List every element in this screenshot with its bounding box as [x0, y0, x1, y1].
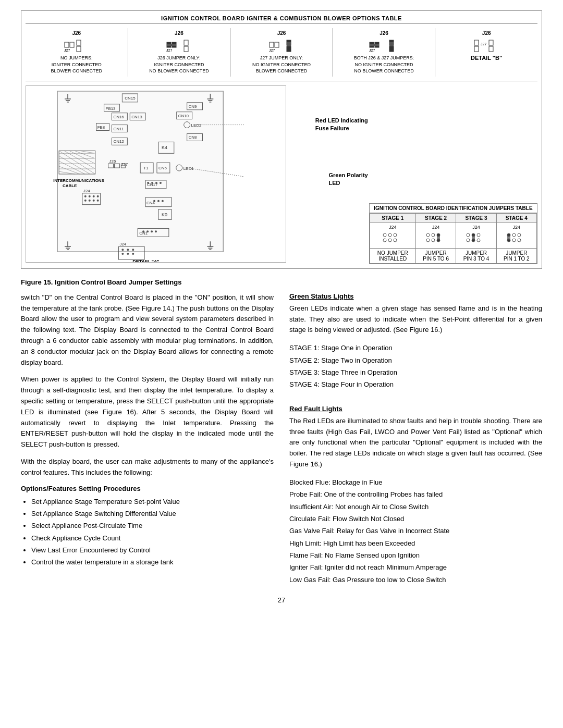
svg-point-114 — [132, 249, 134, 251]
svg-rect-0 — [65, 42, 69, 47]
svg-rect-4 — [77, 46, 81, 52]
no-jumper-svg: J27 — [64, 38, 90, 53]
svg-point-93 — [147, 182, 149, 184]
svg-point-106 — [142, 230, 144, 232]
svg-rect-23 — [389, 42, 394, 46]
svg-rect-156 — [472, 236, 475, 240]
svg-point-100 — [157, 200, 160, 202]
control-board-svg: CN15 FB13 CN16 CN13 CN10 LED2 — [26, 85, 286, 263]
jumper-graphic-5: J27 — [439, 38, 533, 53]
stage4-graphic: J24 — [496, 223, 536, 248]
both-jumper-svg: J27 — [369, 38, 400, 53]
id-table-header-3: STAGE 3 — [456, 213, 496, 223]
stage1-svg — [380, 231, 406, 246]
svg-rect-149 — [437, 236, 440, 240]
svg-point-150 — [467, 233, 470, 237]
fault-4: Gas Valve Fail: Relay for Gas Valve in I… — [289, 525, 542, 537]
id-table: STAGE 1 STAGE 2 STAGE 3 STAGE 4 J24 — [370, 213, 537, 264]
svg-point-84 — [89, 195, 91, 198]
svg-rect-163 — [507, 236, 510, 240]
svg-point-108 — [151, 230, 153, 232]
jumper-desc-2: J26 JUMPER ONLY:IGNITER CONNECTEDNO BLOW… — [132, 55, 226, 75]
bullet-item-3: Check Appliance Cycle Count — [31, 532, 274, 544]
id-table-header-4: STAGE 4 — [496, 213, 536, 223]
svg-text:J27: J27 — [166, 48, 172, 52]
bullet-item-4: View Last Error Encountered by Control — [31, 544, 274, 556]
svg-point-146 — [426, 239, 430, 242]
svg-text:J27: J27 — [121, 162, 128, 167]
svg-rect-12 — [275, 42, 279, 47]
svg-rect-9 — [184, 40, 188, 45]
svg-point-95 — [155, 182, 157, 184]
svg-point-158 — [512, 233, 516, 237]
jumper-desc-4: BOTH J26 & J27 JUMPERS:NO IGNITER CONNEC… — [337, 55, 431, 75]
svg-point-90 — [97, 199, 99, 201]
green-status-para: Green LEDs indicate when a given stage h… — [289, 303, 542, 336]
jumper-desc-1: NO JUMPERS:IGNITER CONNECTEDBLOWER CONNE… — [30, 55, 124, 75]
stage2-svg — [423, 231, 449, 246]
svg-rect-15 — [287, 46, 291, 52]
svg-point-155 — [477, 239, 480, 242]
jumper-desc-3: J27 JUMPER ONLY:NO IGNITER CONNECTEDBLOW… — [235, 55, 328, 75]
id-table-header-2: STAGE 2 — [415, 213, 456, 223]
j27-only-svg: J27 — [268, 38, 295, 53]
svg-point-88 — [89, 199, 91, 201]
svg-rect-19 — [370, 44, 379, 46]
id-table-label-row: NO JUMPER INSTALLED JUMPER PIN 5 TO 6 JU… — [370, 248, 536, 263]
svg-point-152 — [477, 233, 480, 237]
bullet-item-1: Set Appliance Stage Switching Differenti… — [31, 508, 274, 520]
svg-point-116 — [127, 253, 129, 255]
board-section: CN15 FB13 CN16 CN13 CN10 LED2 — [26, 85, 537, 264]
options-heading: Options/Features Setting Procedures — [21, 485, 274, 492]
id-table-container: IGNITION CONTROL BOARD IDENTIFICATION JU… — [369, 203, 537, 264]
red-fault-para: The Red LEDs are illuminated to show fau… — [289, 416, 542, 470]
svg-rect-11 — [270, 42, 274, 47]
svg-point-143 — [426, 233, 430, 237]
svg-rect-10 — [184, 46, 188, 52]
svg-point-139 — [394, 233, 397, 237]
svg-text:INTERCOMMUNICATIONS: INTERCOMMUNICATIONS — [53, 178, 104, 183]
svg-point-147 — [432, 239, 435, 242]
svg-text:CN8: CN8 — [189, 135, 197, 140]
svg-point-141 — [388, 239, 391, 242]
stage4-text: JUMPER PIN 1 TO 2 — [496, 248, 536, 263]
j26-label-2: J26 — [175, 30, 183, 36]
svg-rect-16 — [287, 42, 291, 46]
svg-text:CN15: CN15 — [125, 96, 136, 101]
red-fault-heading: Red Fault Lights — [289, 405, 542, 413]
jumper-graphic-3: J27 — [235, 38, 328, 53]
svg-text:J27: J27 — [369, 48, 375, 52]
svg-point-99 — [153, 200, 155, 202]
fault-3: Circulate Fail: Flow Switch Not Closed — [289, 513, 542, 525]
svg-point-162 — [518, 239, 521, 242]
svg-text:LED1: LED1 — [183, 166, 194, 171]
stage-2: STAGE 2: Stage Two in Operation — [289, 354, 542, 366]
svg-rect-1 — [70, 42, 74, 47]
svg-text:J24: J24 — [83, 189, 90, 193]
stage4-svg — [504, 231, 530, 246]
stage3-graphic: J24 — [456, 223, 496, 248]
svg-point-101 — [162, 200, 164, 202]
fault-8: Low Gas Fail: Gas Pressure too low to Cl… — [289, 574, 542, 586]
svg-point-112 — [121, 249, 124, 251]
bullet-item-0: Set Appliance Stage Temperature Set-poin… — [31, 496, 274, 508]
jumper-graphic-1: J27 — [30, 38, 124, 53]
svg-rect-3 — [77, 40, 81, 45]
j26-label-5: J26 — [482, 30, 491, 36]
diagram-area: IGNITION CONTROL BOARD IGNITER & COMBUST… — [21, 10, 542, 269]
stage3-text: JUMPER PIN 3 TO 4 — [456, 248, 496, 263]
svg-rect-7 — [167, 44, 176, 46]
intro-para-2: When power is applied to the Control Sys… — [21, 374, 274, 450]
two-column-section: switch "D" on the Central Control Board … — [21, 292, 542, 586]
jumper-option-3: J26 J27 J27 JUMPER ONLY:NO IG — [230, 28, 333, 77]
svg-point-113 — [127, 249, 129, 251]
svg-point-117 — [132, 253, 134, 255]
svg-text:K0: K0 — [162, 212, 167, 217]
stage-1: STAGE 1: Stage One in Operation — [289, 342, 542, 354]
stage1-graphic: J24 — [370, 223, 415, 248]
svg-point-161 — [512, 239, 516, 242]
svg-text:J24: J24 — [119, 242, 126, 246]
svg-text:FB13: FB13 — [106, 106, 116, 111]
svg-point-86 — [97, 195, 99, 198]
svg-text:CN9: CN9 — [189, 104, 197, 109]
